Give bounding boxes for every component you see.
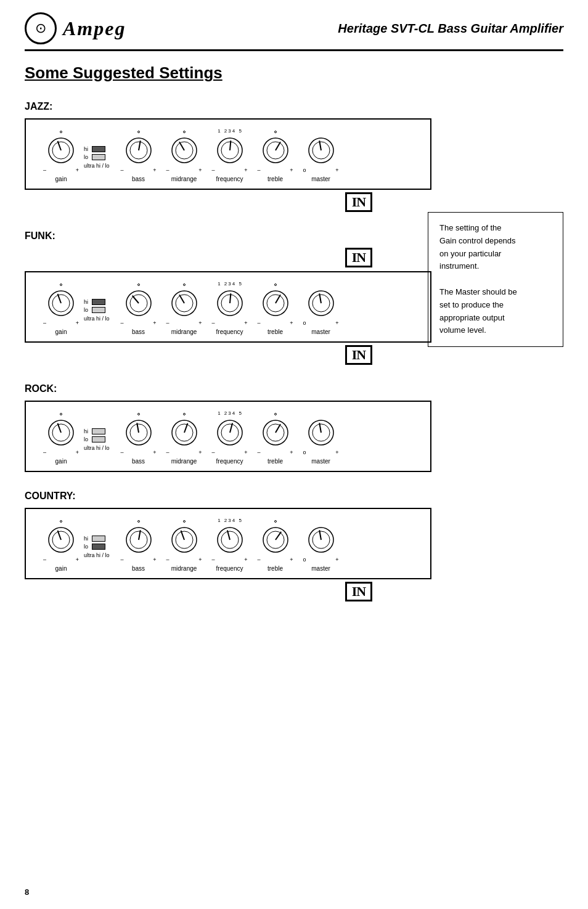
svg-line-11 — [230, 141, 231, 150]
in-indicator-funk-below: IN — [154, 345, 563, 365]
svg-line-8 — [179, 142, 184, 150]
amp-panel-country: –+ gain hi lo ultra hi / lo — [25, 508, 431, 579]
in-indicator-jazz: IN — [154, 192, 563, 212]
treble-minmax-country: –+ — [258, 556, 293, 563]
in-box-country: IN — [345, 582, 372, 601]
section-jazz: JAZZ: –+ gain hi — [25, 101, 563, 212]
midrange-knob-country[interactable] — [168, 524, 200, 556]
master-label-country: master — [311, 565, 330, 572]
freq-scale-funk: 1 234 5 — [218, 281, 242, 287]
gain-knob-rock[interactable] — [45, 417, 77, 449]
ultra-group-jazz: hi lo ultra hi / lo — [84, 146, 110, 169]
bass-dot-jazz — [137, 131, 140, 133]
note-line2: The Master should be set to produce the … — [439, 286, 552, 337]
ultra-hi-row-country: hi — [84, 536, 105, 542]
treble-dot-funk — [274, 283, 277, 286]
frequency-minmax-rock: –+ — [212, 449, 248, 455]
ultra-label-rock: ultra hi / lo — [84, 445, 110, 451]
frequency-knob-jazz[interactable] — [214, 134, 246, 166]
treble-label-funk: treble — [267, 328, 283, 335]
master-knob-rock[interactable] — [305, 417, 337, 449]
midrange-knob-funk[interactable] — [168, 287, 200, 319]
svg-line-44 — [184, 423, 187, 433]
frequency-knob-rock[interactable] — [214, 417, 246, 449]
midrange-minmax-jazz: –+ — [166, 167, 202, 173]
ultra-label-funk: ultra hi / lo — [84, 316, 110, 322]
midrange-dot-jazz — [183, 131, 186, 133]
midrange-label-jazz: midrange — [171, 176, 197, 182]
bass-knob-rock[interactable] — [123, 417, 155, 449]
midrange-minmax-country: –+ — [166, 556, 202, 563]
page-header: ⊙ Ampeg Heritage SVT-CL Bass Guitar Ampl… — [25, 12, 563, 51]
frequency-group-country: 1 234 5 –+ frequency — [207, 518, 253, 572]
brand-name: Ampeg — [63, 17, 126, 40]
freq-scale-rock: 1 234 5 — [218, 410, 242, 416]
treble-group-country: –+ treble — [253, 520, 298, 572]
midrange-knob-jazz[interactable] — [168, 134, 200, 166]
treble-knob-rock[interactable] — [259, 417, 292, 449]
ultra-hi-row-rock: hi — [84, 428, 105, 434]
svg-line-23 — [132, 296, 138, 303]
bass-knob-funk[interactable] — [123, 287, 155, 319]
hi-switch-funk[interactable] — [92, 299, 105, 305]
frequency-group-rock: 1 234 5 –+ frequency — [207, 410, 253, 465]
master-label-rock: master — [311, 458, 330, 465]
section-label-country: COUNTRY: — [25, 491, 563, 502]
midrange-group-funk: –+ midrange — [161, 283, 207, 335]
frequency-label-jazz: frequency — [216, 176, 243, 182]
frequency-label-country: frequency — [216, 565, 243, 572]
midrange-knob-rock[interactable] — [168, 417, 200, 449]
ultra-group-country: hi lo ultra hi / lo — [84, 536, 110, 558]
midrange-label-country: midrange — [171, 565, 197, 572]
treble-label-rock: treble — [267, 458, 283, 465]
hi-switch-country[interactable] — [92, 536, 105, 542]
bass-minmax-rock: –+ — [121, 449, 157, 455]
gain-knob-funk[interactable] — [45, 287, 77, 319]
bass-group-rock: –+ bass — [116, 413, 161, 465]
bass-label-rock: bass — [132, 458, 145, 465]
midrange-dot-country — [183, 520, 186, 523]
hi-switch-jazz[interactable] — [92, 146, 105, 152]
treble-dot-jazz — [274, 131, 277, 133]
svg-line-35 — [319, 293, 321, 303]
page-title: Some Suggested Settings — [25, 63, 563, 83]
frequency-minmax-country: –+ — [212, 556, 248, 563]
treble-knob-country[interactable] — [259, 524, 292, 556]
frequency-knob-funk[interactable] — [214, 287, 246, 319]
treble-group-rock: –+ treble — [253, 413, 298, 465]
svg-line-53 — [319, 423, 321, 433]
ultra-label-country: ultra hi / lo — [84, 552, 110, 558]
bass-dot-rock — [137, 413, 140, 415]
lo-switch-jazz[interactable] — [92, 154, 105, 160]
midrange-minmax-rock: –+ — [166, 449, 202, 455]
bass-group-jazz: –+ bass — [116, 131, 161, 182]
lo-switch-funk[interactable] — [92, 307, 105, 313]
bass-dot-funk — [137, 283, 140, 286]
gain-knob-country[interactable] — [45, 524, 77, 556]
hi-switch-rock[interactable] — [92, 428, 105, 434]
treble-knob-jazz[interactable] — [259, 134, 292, 166]
svg-line-47 — [230, 423, 232, 433]
lo-switch-rock[interactable] — [92, 436, 105, 442]
treble-knob-funk[interactable] — [259, 287, 292, 319]
gain-label-rock: gain — [55, 458, 67, 465]
treble-dot-rock — [274, 413, 277, 415]
master-knob-country[interactable] — [305, 524, 337, 556]
gain-group-funk: –+ gain — [38, 283, 84, 335]
bass-dot-country — [137, 520, 140, 523]
in-box-funk-above: IN — [345, 248, 372, 267]
bass-minmax-country: –+ — [121, 556, 157, 563]
gain-label-funk: gain — [55, 328, 67, 335]
lo-switch-country[interactable] — [92, 544, 105, 550]
master-knob-jazz[interactable] — [305, 134, 337, 166]
frequency-knob-country[interactable] — [214, 524, 246, 556]
master-group-rock: o+ master — [298, 417, 344, 465]
treble-minmax-funk: –+ — [258, 320, 293, 326]
bass-knob-country[interactable] — [123, 524, 155, 556]
amp-panel-funk: –+ gain hi lo ultra hi / lo — [25, 271, 431, 343]
master-group-funk: o+ master — [298, 287, 344, 335]
master-knob-funk[interactable] — [305, 287, 337, 319]
gain-knob-jazz[interactable] — [45, 134, 77, 166]
bass-knob-jazz[interactable] — [123, 134, 155, 166]
bass-label-funk: bass — [132, 328, 145, 335]
